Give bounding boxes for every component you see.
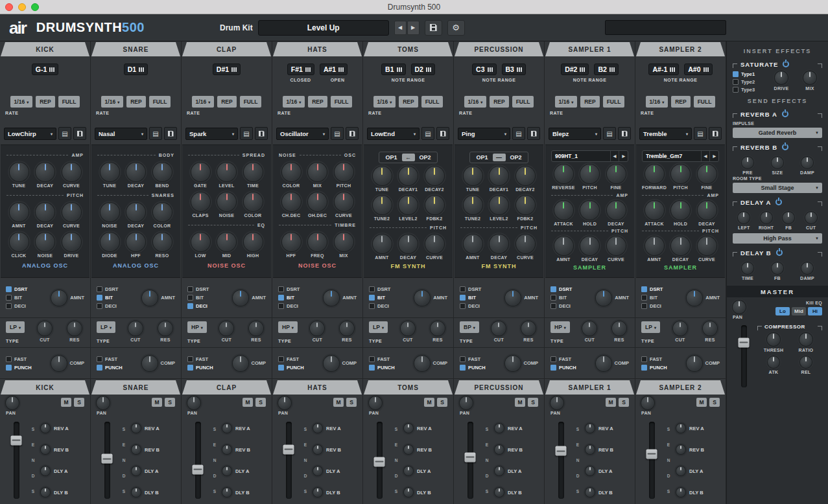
dsrt-option[interactable]: DSRT (6, 286, 47, 292)
drumkit-select[interactable]: Level Up (258, 20, 389, 36)
volume-fader[interactable] (14, 422, 19, 499)
knob-tune[interactable] (101, 163, 119, 181)
filter-type-select[interactable]: BP▾ (460, 321, 479, 333)
deci-option[interactable]: DECI (369, 303, 410, 309)
delay-a-power-button[interactable] (775, 199, 782, 205)
knob-low[interactable] (191, 233, 210, 251)
rate-select[interactable]: 1/16▾ (283, 96, 305, 108)
preset-browse-button[interactable]: ▤ (331, 127, 344, 140)
knob-time[interactable] (244, 163, 263, 181)
next-sample-arrow[interactable]: ▶ (619, 151, 628, 161)
prev-sample-arrow[interactable]: ◀ (610, 151, 619, 161)
drive-knob[interactable] (775, 71, 788, 84)
knob-cut[interactable] (491, 321, 506, 336)
preset-browse-button[interactable]: ▤ (421, 127, 434, 140)
send-knob-dly-b[interactable] (132, 488, 141, 497)
comp-knob[interactable] (687, 356, 702, 371)
next-sample-arrow[interactable]: ▶ (709, 151, 718, 161)
preset-select[interactable]: LowChirp▾ (4, 128, 56, 140)
master-pan-knob[interactable] (733, 301, 746, 314)
knob-mix[interactable] (308, 163, 327, 181)
knob-noise[interactable] (101, 203, 119, 222)
note-selector[interactable]: B2 (594, 63, 618, 75)
knob-gate[interactable] (191, 163, 210, 181)
send-knob-dly-a[interactable] (313, 466, 322, 475)
mute-button[interactable]: M (61, 398, 71, 407)
fast-option[interactable]: FAST (460, 356, 505, 362)
filter-type-select[interactable]: LP▾ (369, 321, 388, 333)
send-knob-rev-b[interactable] (222, 445, 231, 454)
pan-knob[interactable] (97, 396, 110, 409)
rate-select[interactable]: 1/16▾ (101, 96, 124, 108)
knob-pitch[interactable] (671, 165, 690, 183)
room-type-select[interactable]: Small Stage▼ (733, 183, 822, 193)
killeq-lo-button[interactable]: Lo (775, 307, 790, 315)
knob-fine[interactable] (607, 165, 626, 183)
preset-save-button[interactable] (527, 127, 540, 140)
knob-freq[interactable] (308, 233, 327, 251)
delay-a-filter-select[interactable]: High Pass▼ (733, 233, 822, 244)
size-knob[interactable] (772, 157, 783, 168)
filter-type-select[interactable]: LP▾ (641, 321, 660, 333)
knob-res[interactable] (703, 321, 717, 336)
volume-fader[interactable] (104, 422, 110, 499)
full-button[interactable]: FULL (512, 96, 534, 108)
volume-fader[interactable] (286, 422, 292, 499)
comp-knob[interactable] (414, 356, 430, 371)
rate-select[interactable]: 1/16▾ (646, 96, 668, 108)
knob-res[interactable] (431, 321, 445, 336)
knob-mid[interactable] (217, 233, 236, 251)
knob-color[interactable] (244, 192, 263, 211)
knob-attack[interactable] (554, 201, 573, 220)
dist-amount-knob[interactable] (233, 290, 248, 306)
dsrt-option[interactable]: DSRT (97, 286, 138, 292)
send-knob-dly-b[interactable] (676, 488, 685, 497)
knob-cut[interactable] (401, 321, 415, 336)
sample-selector[interactable]: 909HT_1◀▶ (551, 150, 628, 162)
delay-b-power-button[interactable] (776, 249, 783, 256)
rel-knob[interactable] (800, 356, 812, 368)
punch-option[interactable]: PUNCH (97, 365, 142, 371)
knob-curve[interactable] (62, 163, 81, 181)
repeat-button[interactable]: REP (308, 96, 327, 108)
rate-select[interactable]: 1/16▾ (192, 96, 215, 108)
punch-option[interactable]: PUNCH (6, 365, 51, 371)
knob-forward[interactable] (645, 165, 664, 183)
note-selector[interactable]: D2 (411, 63, 435, 75)
deci-option[interactable]: DECI (641, 303, 683, 309)
repeat-button[interactable]: REP (126, 96, 145, 108)
knob-decay[interactable] (399, 235, 418, 253)
knob-decay2[interactable] (425, 166, 444, 185)
bit-option[interactable]: BIT (97, 295, 138, 301)
punch-option[interactable]: PUNCH (278, 365, 324, 371)
knob-tune2[interactable] (464, 196, 482, 214)
next-kit-button[interactable]: ▶ (407, 21, 420, 35)
dsrt-option[interactable]: DSRT (187, 286, 229, 292)
solo-button[interactable]: S (619, 398, 629, 407)
knob-cut[interactable] (582, 321, 597, 336)
thresh-knob[interactable] (767, 333, 780, 346)
knob-high[interactable] (244, 233, 263, 251)
knob-level[interactable] (217, 163, 236, 181)
deci-option[interactable]: DECI (187, 303, 229, 309)
bit-option[interactable]: BIT (6, 295, 47, 301)
filter-type-select[interactable]: HP▾ (278, 321, 298, 333)
knob-pitch[interactable] (580, 165, 599, 183)
knob-oh-dec[interactable] (308, 192, 327, 211)
knob-fine[interactable] (698, 165, 716, 183)
dsrt-option[interactable]: DSRT (460, 286, 501, 292)
deci-option[interactable]: DECI (6, 303, 47, 309)
knob-cut[interactable] (128, 321, 143, 336)
pan-knob[interactable] (460, 396, 473, 409)
cut-knob[interactable] (805, 212, 817, 223)
knob-curve[interactable] (516, 235, 535, 253)
full-button[interactable]: FULL (694, 96, 716, 108)
full-button[interactable]: FULL (149, 96, 171, 108)
note-selector[interactable]: D#2 (561, 63, 589, 75)
send-knob-rev-a[interactable] (222, 424, 231, 433)
atk-knob[interactable] (768, 356, 779, 368)
operator-route-selector[interactable]: OP1—OP2 (469, 152, 528, 163)
knob-decay[interactable] (126, 163, 145, 181)
pan-knob[interactable] (6, 396, 19, 409)
send-knob-rev-b[interactable] (676, 445, 685, 454)
